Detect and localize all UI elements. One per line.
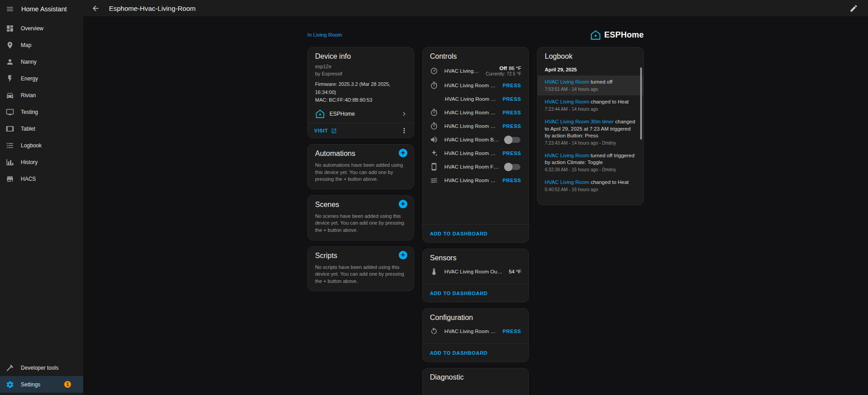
toggle-knob	[504, 163, 513, 171]
press-button[interactable]: PRESS	[503, 149, 521, 157]
entity-link[interactable]: HVAC Living Room	[545, 179, 589, 185]
dots-vertical-icon	[400, 127, 408, 135]
area-link[interactable]: In Living Room	[307, 32, 342, 38]
add-to-dashboard-button[interactable]: ADD TO DASHBOARD	[430, 231, 488, 236]
sidebar-item-nanny[interactable]: Nanny	[0, 53, 83, 70]
entity-link[interactable]: HVAC Living Room 30m timer	[545, 119, 614, 124]
sidebar-item-tablet[interactable]: Tablet	[0, 120, 83, 137]
control-row-display[interactable]: HVAC Living Room Displ… PRESS	[423, 146, 528, 160]
control-row-timer-20m[interactable]: HVAC Living Room 20m t… PRESS	[423, 92, 528, 106]
sidebar-item-label: Map	[21, 42, 31, 48]
logbook-date: April 29, 2025	[538, 62, 643, 75]
sidebar-item-settings[interactable]: Settings 1	[0, 376, 83, 393]
control-row-beeper[interactable]: HVAC Living Room Beeper	[423, 133, 528, 146]
control-row-timer-30m[interactable]: HVAC Living Room 30m t… PRESS	[423, 106, 528, 119]
tablet-icon	[6, 125, 14, 133]
entity-link[interactable]: HVAC Living Room	[545, 99, 589, 104]
logbook-scrollbar-thumb[interactable]	[640, 67, 642, 140]
sidebar-item-energy[interactable]: Energy	[0, 70, 83, 87]
entity-name: HVAC Living Room Beeper	[444, 137, 499, 142]
entity-name: HVAC Living Roo…	[444, 68, 480, 74]
overflow-menu-button[interactable]	[399, 126, 409, 136]
integration-row-esphome[interactable]: ESPHome	[308, 107, 414, 121]
volume-icon	[430, 136, 438, 144]
sidebar-item-overview[interactable]: Overview	[0, 20, 83, 37]
press-button[interactable]: PRESS	[503, 108, 521, 117]
store-icon	[6, 175, 14, 183]
logbook-timestamp: 5:40:52 AM - 16 hours ago	[545, 187, 636, 192]
logbook-timestamp: 6:32:39 AM - 15 hours ago - Dmitriy	[545, 167, 636, 172]
sidebar-item-rivian[interactable]: Rivian	[0, 87, 83, 103]
config-row-reboot[interactable]: HVAC Living Room REBO… PRESS	[423, 324, 528, 338]
control-row-climate[interactable]: HVAC Living Roo… Off86 °F Currently: 72.…	[423, 63, 528, 79]
sidebar-item-testing[interactable]: Testing	[0, 103, 83, 120]
press-button[interactable]: PRESS	[503, 81, 521, 89]
toggle-switch[interactable]	[505, 137, 520, 143]
press-button[interactable]: PRESS	[503, 95, 521, 103]
thermometer-icon	[430, 268, 438, 276]
back-arrow-icon[interactable]	[91, 4, 100, 13]
sidebar-item-hacs[interactable]: HACS	[0, 170, 83, 187]
device-model: esp12e	[315, 63, 406, 71]
sidebar-item-logbook[interactable]: Logbook	[0, 137, 83, 154]
add-automation-button[interactable]	[399, 149, 407, 157]
cellphone-icon	[430, 163, 438, 171]
press-button[interactable]: PRESS	[503, 122, 521, 130]
logbook-entry[interactable]: HVAC Living Room changed to Heat 7:23:44…	[538, 95, 643, 115]
edit-icon[interactable]	[849, 4, 858, 13]
sidebar-item-label: Testing	[21, 109, 38, 115]
car-icon	[6, 91, 14, 99]
control-row-timer-15m[interactable]: HVAC Living Room 15m t… PRESS	[423, 79, 528, 92]
card-title: Logbook	[538, 47, 643, 62]
control-row-swing[interactable]: HVAC Living Room Swing… PRESS	[423, 174, 528, 187]
visit-button[interactable]: VISIT	[314, 128, 337, 134]
climate-target-temp: 86 °F	[509, 66, 521, 71]
controls-spacer	[423, 188, 528, 224]
logbook-message: turned off	[590, 79, 612, 85]
controls-card: Controls HVAC Living Roo… Off86 °F Curre…	[422, 47, 529, 243]
logbook-entry[interactable]: HVAC Living Room 30m timer changed to Ap…	[538, 115, 643, 149]
entity-link[interactable]: HVAC Living Room	[545, 153, 589, 158]
climate-state[interactable]: Off86 °F Currently: 72.5 °F	[486, 66, 521, 76]
empty-state-text: No automations have been added using thi…	[308, 160, 414, 189]
logbook-entry[interactable]: HVAC Living Room changed to Heat 5:40:52…	[538, 176, 643, 196]
logbook-entry[interactable]: HVAC Living Room turned off triggered by…	[538, 149, 643, 176]
add-to-dashboard-button[interactable]: ADD TO DASHBOARD	[430, 350, 488, 356]
device-mac: MAC: BC:FF:4D:8B:80:53	[315, 96, 406, 104]
thermostat-icon	[430, 67, 438, 75]
esphome-logo-icon	[590, 29, 601, 41]
card-title: Device info	[308, 47, 414, 62]
empty-state-text: No scenes have been added using this dev…	[308, 211, 414, 240]
main-area: Esphome-Hvac-Living-Room In Living Room …	[83, 0, 868, 395]
sensor-row-outdoor-temp[interactable]: HVAC Living Room Outdoor … 54 °F	[423, 265, 528, 278]
add-scene-button[interactable]	[399, 200, 407, 208]
sidebar-item-map[interactable]: Map	[0, 37, 83, 53]
toolbar: Esphome-Hvac-Living-Room	[83, 0, 868, 16]
timer-icon	[430, 108, 438, 117]
control-row-follow-me[interactable]: HVAC Living Room Follow …	[423, 160, 528, 174]
toggle-switch[interactable]	[505, 164, 520, 170]
add-script-button[interactable]	[399, 251, 407, 259]
menu-icon[interactable]	[6, 5, 14, 13]
entity-name: HVAC Living Room 20m t…	[445, 96, 496, 102]
list-icon	[6, 141, 14, 150]
open-in-new-icon	[331, 128, 337, 134]
visit-label: VISIT	[314, 128, 328, 133]
sidebar-item-history[interactable]: History	[0, 154, 83, 170]
press-button[interactable]: PRESS	[503, 176, 521, 184]
gear-icon	[6, 381, 14, 389]
map-marker-icon	[6, 41, 14, 49]
sidebar: Home Assistant Overview Map Nanny Energy…	[0, 0, 83, 395]
press-button[interactable]: PRESS	[503, 327, 521, 335]
add-to-dashboard-button[interactable]: ADD TO DASHBOARD	[430, 291, 488, 296]
timer-icon	[430, 122, 438, 130]
sidebar-item-developer-tools[interactable]: Developer tools	[0, 359, 83, 376]
entity-name: HVAC Living Room REBO…	[444, 329, 496, 334]
logbook-entry[interactable]: HVAC Living Room turned off 7:53:51 AM -…	[538, 75, 643, 95]
hammer-icon	[6, 364, 14, 372]
entity-link[interactable]: HVAC Living Room	[545, 79, 589, 85]
card-title: Configuration	[423, 309, 528, 324]
sidebar-item-label: Logbook	[21, 142, 42, 149]
blank-icon-slot	[430, 95, 439, 103]
control-row-timer-60m[interactable]: HVAC Living Room 60m t… PRESS	[423, 119, 528, 133]
